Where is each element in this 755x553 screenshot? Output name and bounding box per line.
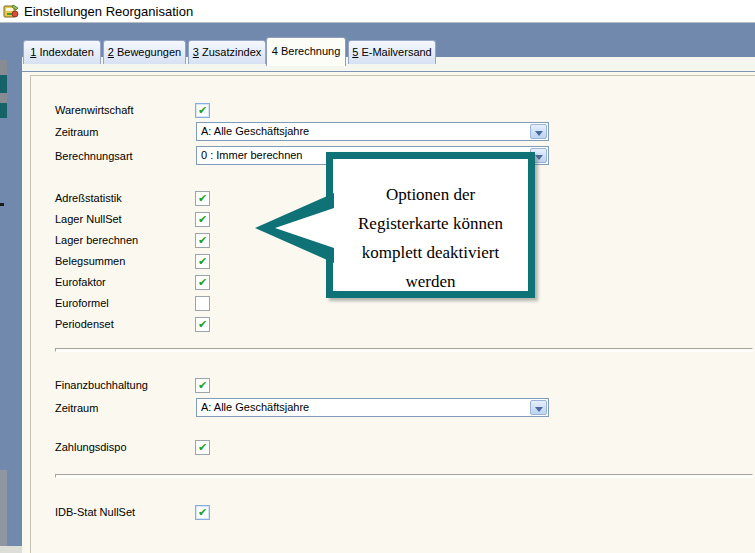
berechnungsart-label: Berechnungsart xyxy=(55,150,133,162)
annotation-line: komplett deaktiviert xyxy=(333,238,528,267)
zeitraum-fibu-dropdown[interactable]: A: Alle Geschäftsjahre xyxy=(196,398,549,417)
annotation-callout: Optionen der Registerkarte können komple… xyxy=(326,152,535,298)
annotation-line: werden xyxy=(333,267,528,296)
finanzbuchhaltung-label: Finanzbuchhaltung xyxy=(55,379,148,391)
tab-label: Zusatzindex xyxy=(202,46,261,58)
check-icon: ✔ xyxy=(196,213,209,226)
option-label: Belegsummen xyxy=(55,255,125,267)
section-divider xyxy=(55,348,753,352)
desktop-edge-fragment xyxy=(0,75,7,93)
option-label: Lager berechnen xyxy=(55,234,138,246)
app-icon xyxy=(3,3,19,19)
settings-window: Einstellungen Reorganisation 1 Indexdate… xyxy=(0,0,755,553)
eurofaktor-checkbox[interactable]: ✔ xyxy=(195,275,210,290)
desktop-edge-fragment xyxy=(0,60,7,75)
tab-label: Indexdaten xyxy=(39,46,93,58)
idb-stat-checkbox[interactable]: ✔ xyxy=(195,505,210,520)
dropdown-value: 0 : Immer berechnen xyxy=(201,149,303,161)
check-icon: ✔ xyxy=(196,192,209,205)
adressstatistik-checkbox[interactable]: ✔ xyxy=(195,191,210,206)
tab-berechnung[interactable]: 4 Berechnung xyxy=(266,37,346,66)
tab-label: Bewegungen xyxy=(117,46,181,58)
euroformel-checkbox[interactable] xyxy=(195,296,210,311)
tab-mnemonic: 5 xyxy=(352,46,358,58)
tab-label: Berechnung xyxy=(281,45,340,57)
option-label: Eurofaktor xyxy=(55,276,106,288)
annotation-line: Optionen der xyxy=(333,180,528,209)
desktop-edge-fragment xyxy=(0,93,7,103)
zahlungsdispo-checkbox[interactable]: ✔ xyxy=(195,440,210,455)
title-bar: Einstellungen Reorganisation xyxy=(0,0,755,23)
tab-mnemonic: 2 xyxy=(108,46,114,58)
lager-berechnen-checkbox[interactable]: ✔ xyxy=(195,233,210,248)
tab-mnemonic: 1 xyxy=(30,46,36,58)
belegsummen-checkbox[interactable]: ✔ xyxy=(195,254,210,269)
check-icon: ✔ xyxy=(196,255,209,268)
annotation-line: Registerkarte können xyxy=(333,209,528,238)
window-title: Einstellungen Reorganisation xyxy=(24,4,193,19)
check-icon: ✔ xyxy=(196,506,209,519)
warenwirtschaft-label: Warenwirtschaft xyxy=(55,104,133,116)
section-divider xyxy=(55,474,753,478)
desktop-edge-fragment xyxy=(0,470,7,546)
tab-mnemonic: 3 xyxy=(193,46,199,58)
check-icon: ✔ xyxy=(196,441,209,454)
option-label: Periodenset xyxy=(55,318,114,330)
window-bottom-edge xyxy=(0,546,22,553)
option-label: Adreßstatistik xyxy=(55,192,122,204)
tab-bewegungen[interactable]: 2 Bewegungen xyxy=(103,40,186,64)
desktop-edge-fragment xyxy=(0,203,4,206)
periodenset-checkbox[interactable]: ✔ xyxy=(195,317,210,332)
dropdown-value: A: Alle Geschäftsjahre xyxy=(201,401,309,413)
check-icon: ✔ xyxy=(196,379,209,392)
chevron-down-icon xyxy=(535,155,543,160)
warenwirtschaft-checkbox[interactable]: ✔ xyxy=(195,103,210,118)
check-icon: ✔ xyxy=(196,234,209,247)
tab-mnemonic: 4 xyxy=(272,45,278,57)
lager-nullset-checkbox[interactable]: ✔ xyxy=(195,212,210,227)
tab-zusatzindex[interactable]: 3 Zusatzindex xyxy=(188,40,266,64)
tab-label: E-Mailversand xyxy=(361,46,431,58)
tab-indexdaten[interactable]: 1 Indexdaten xyxy=(23,40,101,64)
finanzbuchhaltung-checkbox[interactable]: ✔ xyxy=(195,378,210,393)
zahlungsdispo-label: Zahlungsdispo xyxy=(55,441,127,453)
check-icon: ✔ xyxy=(196,104,209,117)
chevron-down-icon xyxy=(535,131,543,136)
dropdown-value: A: Alle Geschäftsjahre xyxy=(201,125,309,137)
zeitraum-wawi-label: Zeitraum xyxy=(55,126,98,138)
check-icon: ✔ xyxy=(196,276,209,289)
chevron-down-icon xyxy=(535,407,543,412)
zeitraum-fibu-label: Zeitraum xyxy=(55,402,98,414)
check-icon: ✔ xyxy=(196,318,209,331)
dropdown-button[interactable] xyxy=(530,124,547,139)
tab-emailversand[interactable]: 5 E-Mailversand xyxy=(348,40,436,64)
desktop-edge-fragment xyxy=(0,103,7,118)
window-left-margin xyxy=(7,57,22,546)
zeitraum-wawi-dropdown[interactable]: A: Alle Geschäftsjahre xyxy=(196,122,549,141)
dropdown-button[interactable] xyxy=(530,400,547,415)
desktop-edge xyxy=(0,23,7,553)
option-label: Euroformel xyxy=(55,297,109,309)
annotation-arrow-icon xyxy=(253,189,334,267)
idb-stat-label: IDB-Stat NullSet xyxy=(55,506,135,518)
option-label: Lager NullSet xyxy=(55,213,122,225)
annotation-text: Optionen der Registerkarte können komple… xyxy=(333,180,528,296)
